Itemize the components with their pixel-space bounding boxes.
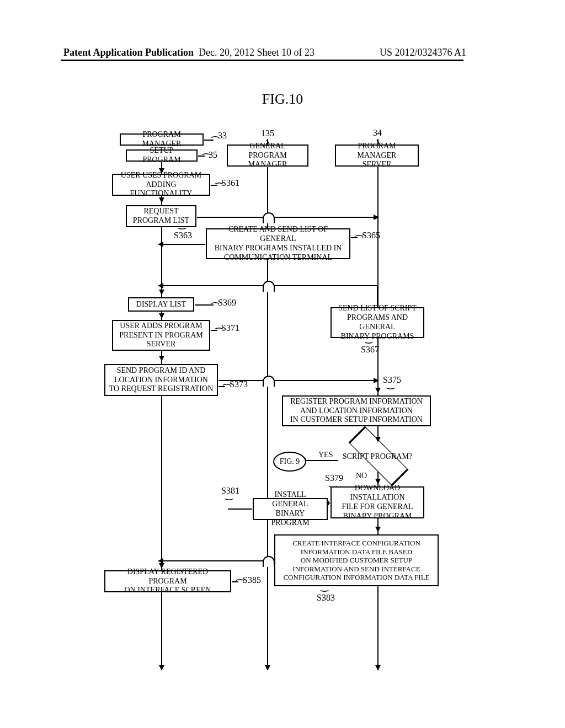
- arrow-d-s383: [375, 527, 381, 532]
- box-s371: USER ADDS PROGRAM PRESENT IN PROGRAM SER…: [112, 320, 210, 351]
- header-left: Patent Application Publication: [63, 47, 194, 58]
- arrow-s373: [218, 380, 377, 381]
- curly-s381: ⌢: [224, 494, 234, 506]
- arrow-d-s371: [159, 313, 164, 319]
- arrowhead-s367: [158, 283, 163, 288]
- arrow-d-s363: [159, 197, 164, 203]
- curly-33: ⌢: [210, 131, 220, 142]
- label-s385: S385: [243, 575, 261, 585]
- text: USER ADDS PROGRAM PRESENT IN PROGRAM SER…: [119, 322, 202, 349]
- text: SEND LIST OF SCRIPT PROGRAMS AND GENERAL…: [335, 304, 420, 341]
- text: SEND PROGRAM ID AND LOCATION INFORMATION…: [109, 366, 214, 394]
- box-general-program-manager: GENERAL PROGRAM MANAGER: [227, 144, 308, 167]
- arrow-d-s369: [159, 290, 164, 295]
- arrow-s383-back: [162, 560, 274, 561]
- arrow-d-s377: [375, 437, 381, 442]
- arrow-d-s361: [159, 168, 164, 174]
- box-program-manager-server: PROGRAM MANAGER SERVER: [335, 144, 419, 167]
- box-s365: CREATE AND SEND LIST OF GENERAL BINARY P…: [206, 228, 350, 259]
- curly-34: ⌢: [370, 140, 387, 146]
- arrow-end-1: [159, 665, 164, 671]
- label-34: 34: [373, 128, 382, 138]
- text: DISPLAY LIST: [136, 300, 186, 309]
- text: CREATE AND SEND LIST OF GENERAL BINARY P…: [210, 225, 346, 262]
- header-right: US 2012/0324376 A1: [380, 47, 466, 58]
- arc-s363: [263, 212, 275, 223]
- vline-s367: [377, 285, 378, 307]
- header-rule: [61, 60, 463, 61]
- box-s381: INSTALL GENERAL BINARY PROGRAM: [253, 498, 328, 520]
- curly-s363: ⌢: [177, 223, 187, 235]
- text: DOWNLOAD INSTALLATION FILE FOR GENERAL B…: [335, 484, 420, 521]
- label-no: NO: [356, 472, 367, 480]
- box-program-manager: PROGRAM MANAGER: [120, 133, 204, 146]
- box-setup-program: SETUP PROGRAM: [126, 149, 198, 162]
- box-s373: SEND PROGRAM ID AND LOCATION INFORMATION…: [104, 364, 218, 396]
- box-s361: USER USES PROGRAM ADDING FUNCTIONALITY: [112, 174, 210, 196]
- arrow-d-s373: [159, 356, 164, 361]
- curly-s365: ⌢: [354, 229, 364, 241]
- arrowhead-s373: [374, 378, 379, 383]
- curly-s375: ⌢: [386, 383, 396, 395]
- text: FIG. 9: [280, 457, 300, 466]
- diamond-text: SCRIPT PROGRAM?: [341, 445, 414, 469]
- curly-s385: ⌢: [235, 574, 245, 585]
- figure-title: FIG.10: [0, 91, 565, 108]
- circle-fig9: FIG. 9: [273, 452, 306, 472]
- box-s369: DISPLAY LIST: [128, 297, 194, 312]
- curly-35: ⌢: [201, 148, 211, 159]
- arrow-end-2: [265, 665, 270, 671]
- arrowhead-s365-back: [158, 242, 163, 247]
- curly-s367: ⌢: [364, 338, 374, 349]
- arrow-end-3: [375, 665, 381, 671]
- text: DISPLAY REGISTERED PROGRAM ON INTERFACE …: [109, 568, 227, 595]
- label-135: 135: [261, 129, 274, 138]
- curly-s383: ⌢: [319, 586, 329, 597]
- header-mid: Dec. 20, 2012 Sheet 10 of 23: [199, 47, 315, 58]
- arc-s367: [263, 281, 275, 292]
- label-yes: YES: [318, 451, 333, 459]
- box-s383: CREATE INTERFACE CONFIGURATION INFORMATI…: [274, 534, 439, 586]
- arrow-d-s379: [375, 479, 381, 484]
- text: INSTALL GENERAL BINARY PROGRAM: [257, 490, 323, 527]
- box-s367: SEND LIST OF SCRIPT PROGRAMS AND GENERAL…: [331, 307, 424, 338]
- curly-s369: ⌢: [210, 297, 220, 308]
- arrow-s363-ext: [197, 217, 374, 218]
- curly-s371: ⌢: [214, 322, 224, 334]
- text: USER USES PROGRAM ADDING FUNCTIONALITY: [116, 171, 206, 199]
- leader-s381: [228, 508, 252, 510]
- arrow-s365-back: [162, 244, 205, 245]
- text: CREATE INTERFACE CONFIGURATION INFORMATI…: [283, 539, 429, 582]
- text: REQUEST PROGRAM LIST: [133, 207, 189, 226]
- box-s375: REGISTER PROGRAM INFORMATION AND LOCATIO…: [282, 395, 431, 426]
- arrowhead-s363-server: [374, 215, 379, 220]
- text: REGISTER PROGRAM INFORMATION AND LOCATIO…: [290, 397, 423, 425]
- arrow-d-s375: [375, 388, 381, 393]
- box-s385: DISPLAY REGISTERED PROGRAM ON INTERFACE …: [104, 570, 231, 592]
- arrow-d-s385: [159, 563, 164, 569]
- label-s369: S369: [218, 298, 236, 308]
- box-s379: DOWNLOAD INSTALLATION FILE FOR GENERAL B…: [331, 486, 424, 518]
- curly-s361: ⌢: [214, 177, 224, 189]
- arrow-yes: [305, 460, 338, 461]
- arc-s373: [263, 376, 275, 387]
- diamond-s377: SCRIPT PROGRAM?: [341, 449, 414, 473]
- conn-s381-b: [328, 501, 332, 505]
- curly-135: ⌢: [259, 140, 277, 146]
- label-s365: S365: [362, 231, 380, 240]
- arc-s383: [263, 556, 275, 567]
